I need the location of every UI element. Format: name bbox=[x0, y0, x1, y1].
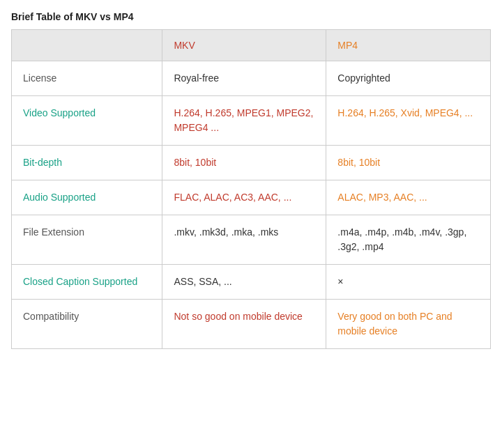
cell-feature: License bbox=[12, 61, 162, 96]
cell-mkv: H.264, H.265, MPEG1, MPEG2, MPEG4 ... bbox=[162, 96, 326, 146]
cell-feature: Audio Supported bbox=[12, 180, 162, 215]
cell-mp4: 8bit, 10bit bbox=[326, 146, 491, 180]
table-row: CompatibilityNot so good on mobile devic… bbox=[12, 300, 491, 349]
cell-feature: Bit-depth bbox=[12, 146, 162, 180]
cell-mkv: Not so good on mobile device bbox=[162, 300, 326, 349]
table-row: Video SupportedH.264, H.265, MPEG1, MPEG… bbox=[12, 96, 491, 146]
cell-mp4: ALAC, MP3, AAC, ... bbox=[326, 180, 491, 215]
table-row: Audio SupportedFLAC, ALAC, AC3, AAC, ...… bbox=[12, 180, 491, 215]
header-mkv: MKV bbox=[162, 30, 326, 61]
cell-feature: Video Supported bbox=[12, 96, 162, 146]
cell-mkv: .mkv, .mk3d, .mka, .mks bbox=[162, 215, 326, 265]
cell-mkv: Royal-free bbox=[162, 61, 326, 96]
cell-mp4: Very good on both PC and mobile device bbox=[326, 300, 491, 349]
cell-mp4: Copyrighted bbox=[326, 61, 491, 96]
cell-mkv: 8bit, 10bit bbox=[162, 146, 326, 180]
cell-feature: Closed Caption Supported bbox=[12, 265, 162, 300]
cell-mp4: .m4a, .m4p, .m4b, .m4v, .3gp, .3g2, .mp4 bbox=[326, 215, 491, 265]
cell-mkv: ASS, SSA, ... bbox=[162, 265, 326, 300]
header-feature bbox=[12, 30, 162, 61]
cell-feature: Compatibility bbox=[12, 300, 162, 349]
table-row: Bit-depth8bit, 10bit8bit, 10bit bbox=[12, 146, 491, 180]
header-mp4: MP4 bbox=[326, 30, 491, 61]
table-row: LicenseRoyal-freeCopyrighted bbox=[12, 61, 491, 96]
comparison-table: MKV MP4 LicenseRoyal-freeCopyrightedVide… bbox=[11, 29, 491, 349]
table-row: Closed Caption SupportedASS, SSA, ...× bbox=[12, 265, 491, 300]
cell-mkv: FLAC, ALAC, AC3, AAC, ... bbox=[162, 180, 326, 215]
table-row: File Extension.mkv, .mk3d, .mka, .mks.m4… bbox=[12, 215, 491, 265]
cell-feature: File Extension bbox=[12, 215, 162, 265]
cell-mp4: × bbox=[326, 265, 491, 300]
cell-mp4: H.264, H.265, Xvid, MPEG4, ... bbox=[326, 96, 491, 146]
table-header-row: MKV MP4 bbox=[12, 30, 491, 61]
page-title: Brief Table of MKV vs MP4 bbox=[11, 11, 491, 22]
